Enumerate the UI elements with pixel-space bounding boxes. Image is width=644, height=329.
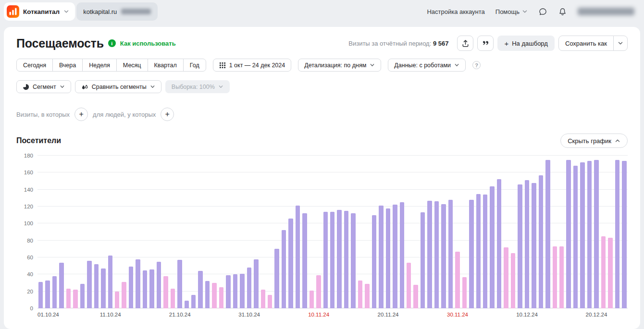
chart-bar[interactable] [553,246,557,308]
chart-bar[interactable] [511,253,515,308]
help-menu[interactable]: Помощь [495,8,528,15]
chart-bar[interactable] [539,175,543,308]
chart-bar[interactable] [205,281,210,308]
chart-bar[interactable] [497,179,501,308]
chart-bar[interactable] [400,202,404,308]
chart-bar[interactable] [122,282,126,308]
export-button[interactable] [457,36,473,51]
info-icon[interactable]: i [108,39,116,47]
chart-bar[interactable] [240,274,244,308]
chart-bar[interactable] [573,166,578,308]
chart-bar[interactable] [80,284,85,308]
period-tab[interactable]: Сегодня [16,59,53,72]
chart-bar[interactable] [59,263,63,308]
chart-bar[interactable] [545,160,550,308]
date-range-button[interactable]: 1 окт — 24 дек 2024 [213,59,292,72]
chart-bar[interactable] [73,290,77,308]
chart-bar[interactable] [87,261,91,308]
chart-bar[interactable] [191,295,196,308]
chart-bar[interactable] [177,260,182,308]
chart-bar[interactable] [427,201,432,308]
chart-bar[interactable] [476,194,481,309]
chart-bar[interactable] [358,280,362,308]
hide-chart-button[interactable]: Скрыть график [560,134,628,148]
chart-bar[interactable] [525,180,529,308]
chart-bar[interactable] [337,210,341,308]
chart-bar[interactable] [268,295,272,308]
chart-bar[interactable] [157,262,161,308]
chart-bar[interactable] [421,212,425,308]
data-mode-dropdown[interactable]: Данные: с роботами [388,59,466,72]
chart-bar[interactable] [212,283,216,308]
period-tab[interactable]: Месяц [116,59,148,72]
chart-bar[interactable] [580,162,584,308]
save-as-button[interactable]: Сохранить как [558,36,614,51]
chart-bar[interactable] [504,247,508,308]
period-tab[interactable]: Вчера [52,59,83,72]
chart-bar[interactable] [149,269,154,308]
notifications-bell-icon[interactable] [558,7,567,16]
chart-bar[interactable] [302,213,307,308]
chart-bar[interactable] [45,280,50,308]
counter-selector[interactable]: kotkapital.ru [76,2,158,21]
chart-bar[interactable] [288,219,293,308]
chart-bar[interactable] [393,205,397,308]
period-tab[interactable]: Год [183,59,206,72]
chart-bar[interactable] [608,238,612,308]
chart-bar[interactable] [198,271,202,308]
chart-bar[interactable] [247,268,251,308]
compare-segments-dropdown[interactable]: Сравнить сегменты [75,80,161,93]
sampling-dropdown[interactable]: Выборка: 100% [165,80,230,93]
account-settings-link[interactable]: Настройка аккаунта [427,8,484,15]
chart-bar[interactable] [518,184,522,308]
chart-bar[interactable] [455,252,459,308]
chat-icon[interactable] [538,7,547,16]
chart-bar[interactable] [136,259,140,308]
chart-bar[interactable] [254,259,258,308]
chart-bar[interactable] [94,264,99,308]
chart-bar[interactable] [594,160,598,308]
chart-bar[interactable] [372,215,376,308]
chart-bar[interactable] [38,282,43,308]
chart-bar[interactable] [143,270,147,309]
add-visit-condition-button[interactable]: + [74,108,88,121]
chart-bar[interactable] [448,200,453,308]
chart-bar[interactable] [407,263,411,308]
chart-bar[interactable] [310,291,314,308]
chart-bar[interactable] [108,256,112,308]
user-info-redacted[interactable] [578,8,634,15]
chart-bar[interactable] [469,200,473,308]
how-to-use-link[interactable]: Как использовать [120,40,176,47]
chart-bar[interactable] [274,249,279,308]
detalization-dropdown[interactable]: Детализация: по дням [298,59,381,72]
chart-bar[interactable] [219,287,223,308]
chart-bar[interactable] [413,285,418,308]
chart-bar[interactable] [330,212,334,308]
chart-bar[interactable] [316,275,321,308]
help-question-icon[interactable]: ? [472,61,481,69]
add-people-condition-button[interactable]: + [161,108,174,121]
chart-bar[interactable] [566,160,570,308]
chart-bar[interactable] [226,275,230,308]
chart-bar[interactable] [129,267,133,308]
chart-bar[interactable] [559,246,564,308]
chart-bar[interactable] [386,208,390,308]
chart-bar[interactable] [261,290,265,308]
chart-bar[interactable] [351,213,355,308]
chart-bar[interactable] [282,230,286,308]
period-tab[interactable]: Квартал [148,59,184,72]
segment-dropdown[interactable]: Сегмент [16,80,71,93]
chart-bar[interactable] [185,301,189,308]
chart-bar[interactable] [323,212,328,308]
metrica-quotes-button[interactable] [477,36,494,51]
chart-bar[interactable] [52,276,57,308]
chart-bar[interactable] [483,195,487,308]
add-to-dashboard-button[interactable]: + На дашборд [497,36,554,51]
chart-bar[interactable] [296,206,300,308]
period-tab[interactable]: Неделя [82,59,117,72]
chart-bar[interactable] [441,204,446,308]
chart-bar[interactable] [587,161,592,308]
chart-bar[interactable] [490,186,494,308]
chart-bar[interactable] [622,161,626,308]
chart-bar[interactable] [532,183,536,308]
